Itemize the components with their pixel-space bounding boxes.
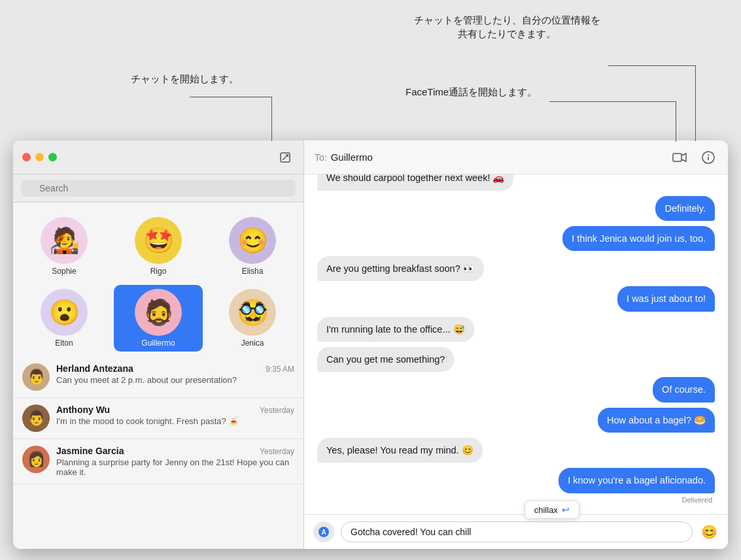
pinned-label-sophie: Sophie	[52, 267, 76, 276]
pinned-item-sophie[interactable]: 🧑‍🎤Sophie	[20, 213, 109, 280]
message-bubble: I was just about to!	[617, 286, 715, 311]
chat-name-herland: Herland Antezana	[56, 363, 133, 374]
pinned-label-jenica: Jenica	[241, 338, 264, 348]
message-bubble: Can you get me something?	[317, 347, 454, 372]
input-area: A chillax ↩ 😊	[304, 514, 728, 549]
start-chat-callout: チャットを開始します。	[131, 72, 239, 86]
message-bubble: We should carpool together next week! 🚗	[317, 174, 513, 191]
message-row: I was just about to!	[317, 286, 715, 311]
autocorrect-arrow: ↩	[562, 504, 570, 515]
chat-avatar-anthony: 👨	[22, 404, 50, 432]
svg-text:A: A	[321, 529, 326, 536]
left-panel: 🔍 🧑‍🎤Sophie🤩Rigo😊Elisha😮Elton🧔Guillermo🥸…	[13, 140, 304, 549]
right-panel: To: Guillermo some o	[304, 140, 728, 549]
pinned-item-elton[interactable]: 😮Elton	[20, 285, 109, 352]
delivered-label: Delivered	[317, 496, 715, 504]
info-button[interactable]	[699, 148, 717, 167]
chat-title-bar: To: Guillermo	[304, 140, 728, 174]
pinned-grid: 🧑‍🎤Sophie🤩Rigo😊Elisha😮Elton🧔Guillermo🥸Je…	[13, 203, 303, 357]
chat-item-jasmine[interactable]: 👩Jasmine GarciaYesterdayPlanning a surpr…	[13, 439, 303, 484]
callout-area: チャットを開始します。 FaceTime通話を開始します。 チャットを管理したり…	[0, 0, 741, 140]
message-bubble: Yes, please! You read my mind. 😊	[317, 438, 483, 463]
chat-name-jasmine: Jasmine Garcia	[56, 446, 124, 456]
svg-line-1	[283, 155, 288, 160]
autocorrect-popup[interactable]: chillax ↩	[525, 501, 579, 519]
search-input[interactable]	[21, 180, 296, 197]
chat-list: 👨Herland Antezana9:35 AMCan you meet at …	[13, 357, 303, 549]
message-row: I think Jenica would join us, too.	[317, 226, 715, 251]
chat-content-herland: Herland Antezana9:35 AMCan you meet at 2…	[56, 363, 294, 385]
chat-preview-herland: Can you meet at 2 p.m. about our present…	[56, 375, 294, 385]
message-row: We should carpool together next week! 🚗	[317, 174, 715, 191]
pinned-avatar-elton: 😮	[41, 289, 88, 336]
svg-rect-2	[673, 154, 681, 161]
chat-content-anthony: Anthony WuYesterdayI'm in the mood to co…	[56, 404, 294, 426]
maximize-button[interactable]	[48, 153, 57, 161]
minimize-button[interactable]	[35, 153, 44, 161]
compose-button[interactable]	[276, 148, 294, 167]
pinned-avatar-guillermo: 🧔	[135, 289, 182, 336]
message-bubble: Are you getting breakfast soon? 👀	[317, 256, 484, 281]
facetime-button[interactable]	[670, 148, 689, 167]
chat-title-actions	[670, 148, 717, 167]
message-row: Of course.	[317, 377, 715, 402]
close-button[interactable]	[22, 153, 31, 161]
chat-content-jasmine: Jasmine GarciaYesterdayPlanning a surpri…	[56, 446, 294, 477]
start-chat-line-h	[190, 97, 271, 97]
chat-avatar-herland: 👨	[22, 363, 50, 391]
emoji-button[interactable]: 😊	[699, 522, 719, 542]
message-row: Can you get me something?	[317, 347, 715, 372]
message-bubble: Definitely.	[655, 196, 715, 221]
pinned-item-elisha[interactable]: 😊Elisha	[208, 213, 297, 280]
search-bar: 🔍	[13, 174, 303, 203]
message-bubble: Of course.	[653, 377, 715, 402]
manage-chat-callout: チャットを管理したり、自分の位置情報を共有したりできます。	[405, 13, 608, 41]
chat-time-anthony: Yesterday	[260, 406, 294, 415]
message-row: I know you're a bagel aficionado.	[317, 468, 715, 493]
autocorrect-word: chillax	[534, 505, 558, 515]
message-bubble: I'm running late to the office... 😅	[317, 317, 474, 342]
chat-time-herland: 9:35 AM	[266, 365, 294, 374]
recipient-name: Guillermo	[331, 152, 373, 163]
message-row: How about a bagel? 🥯	[317, 408, 715, 433]
message-bubble: I know you're a bagel aficionado.	[559, 468, 715, 493]
message-bubble: I think Jenica would join us, too.	[562, 226, 715, 251]
message-row: Yes, please! You read my mind. 😊	[317, 438, 715, 463]
traffic-lights	[22, 153, 57, 161]
messages-area: some of our coworkers. Thoughts?We shoul…	[304, 174, 728, 514]
pinned-avatar-elisha: 😊	[229, 217, 276, 264]
pinned-label-rigo: Rigo	[150, 267, 167, 276]
pinned-item-jenica[interactable]: 🥸Jenica	[208, 285, 297, 352]
main-window: 🔍 🧑‍🎤Sophie🤩Rigo😊Elisha😮Elton🧔Guillermo🥸…	[13, 140, 728, 549]
chat-header-row-herland: Herland Antezana9:35 AM	[56, 363, 294, 374]
chat-item-anthony[interactable]: 👨Anthony WuYesterdayI'm in the mood to c…	[13, 398, 303, 439]
message-input-wrapper: chillax ↩	[341, 521, 693, 542]
message-row: Are you getting breakfast soon? 👀	[317, 256, 715, 281]
message-input[interactable]	[341, 521, 693, 542]
pinned-label-elton: Elton	[55, 338, 73, 348]
chat-name-anthony: Anthony Wu	[56, 404, 110, 415]
chat-time-jasmine: Yesterday	[260, 447, 294, 456]
message-row: I'm running late to the office... 😅	[317, 317, 715, 342]
pinned-label-elisha: Elisha	[242, 267, 264, 276]
pinned-label-guillermo: Guillermo	[141, 338, 175, 348]
chat-header-row-anthony: Anthony WuYesterday	[56, 404, 294, 415]
pinned-avatar-jenica: 🥸	[229, 289, 276, 336]
manage-chat-line	[695, 65, 696, 141]
chat-avatar-jasmine: 👩	[22, 446, 50, 473]
chat-item-herland[interactable]: 👨Herland Antezana9:35 AMCan you meet at …	[13, 357, 303, 398]
chat-header-row-jasmine: Jasmine GarciaYesterday	[56, 446, 294, 456]
facetime-line-h	[549, 101, 676, 102]
pinned-item-rigo[interactable]: 🤩Rigo	[114, 213, 203, 280]
facetime-line	[676, 101, 676, 142]
recipient-label: To:	[315, 152, 327, 163]
message-bubble: How about a bagel? 🥯	[598, 408, 715, 433]
facetime-callout: FaceTime通話を開始します。	[405, 85, 537, 100]
title-bar	[13, 140, 303, 174]
app-store-button[interactable]: A	[313, 521, 334, 542]
pinned-avatar-rigo: 🤩	[135, 217, 182, 264]
start-chat-line	[271, 97, 272, 141]
search-wrapper: 🔍	[21, 180, 296, 197]
pinned-item-guillermo[interactable]: 🧔Guillermo	[114, 285, 203, 352]
svg-point-5	[708, 154, 709, 156]
